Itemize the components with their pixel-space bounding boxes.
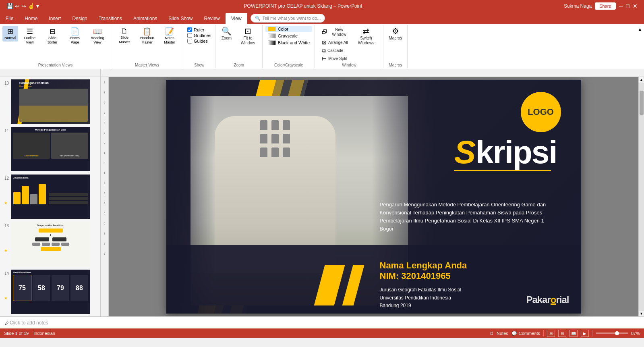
slide-thumb-10[interactable]: 10 Rancangan Penelitian Pro Lapangan	[2, 79, 99, 125]
group-show: Ruler Gridlines Guides Show	[183, 25, 215, 68]
slide-thumb-13[interactable]: 13 ★ Diagram Alur Penelitian	[2, 221, 99, 267]
new-window-button[interactable]: 🗗 New Window	[320, 26, 351, 38]
quick-access-toolbar: 💾 ↩ ↪ ☝ ▾	[3, 3, 42, 9]
ruler-check[interactable]	[187, 27, 192, 32]
redo-button[interactable]: ↪	[21, 3, 26, 9]
color-swatch	[268, 27, 276, 31]
slide-area[interactable]: LOGO S kripsi Pengaruh Menggu	[109, 77, 638, 316]
slide-sorter-icon: ⊟	[50, 27, 56, 36]
reading-view-button[interactable]: 📖 Reading View	[87, 26, 108, 46]
slide-panel[interactable]: 10 Rancangan Penelitian Pro Lapangan	[0, 77, 101, 316]
save-button[interactable]: 💾	[6, 3, 13, 9]
tab-transitions[interactable]: Transitions	[93, 13, 128, 24]
language-info: Indonesian	[33, 331, 55, 336]
gridlines-check[interactable]	[187, 33, 192, 38]
slide-preview-12: Analisis Data	[11, 175, 90, 219]
macros-button[interactable]: ⚙ Macros	[387, 26, 404, 42]
gridlines-label: Gridlines	[194, 33, 211, 38]
notes-master-button[interactable]: 📝 Notes Master	[159, 26, 180, 46]
move-split-button[interactable]: ⊢ Move Split	[320, 55, 351, 62]
cascade-button[interactable]: ⧉ Cascade	[320, 47, 351, 54]
institution-line3: Bandung 2019	[380, 302, 462, 310]
notes-page-label: Notes Page	[66, 36, 84, 45]
color-option-bw[interactable]: Black and White	[265, 39, 312, 46]
color-label: Color	[278, 27, 288, 31]
scroll-thumb[interactable]	[640, 91, 644, 115]
student-nim: NIM: 3201401965	[380, 271, 467, 281]
presentation-views-label: Presentation Views	[2, 63, 108, 67]
fit-window-label: Fit to Window	[238, 36, 258, 46]
vertical-scrollbar[interactable]: ▲ ▼	[638, 77, 644, 316]
notes-page-button[interactable]: 📄 Notes Page	[64, 26, 86, 46]
slide-sorter-button[interactable]: ⊟ Slide Sorter	[41, 26, 63, 46]
restore-button[interactable]: □	[626, 3, 630, 9]
tab-file[interactable]: File	[0, 13, 19, 24]
customize-qat-button[interactable]: ▾	[36, 3, 39, 9]
horizontal-ruler: // ruler ticks drawn in CSS trick -16 -1…	[0, 69, 644, 77]
tab-view[interactable]: View	[226, 13, 247, 24]
group-master-views: 🗋 Slide Master 📋 Handout Master 📝 Notes …	[111, 25, 183, 68]
slide-thumb-11[interactable]: 11 Metode Pengumpulan Data Dokumentasi T…	[2, 126, 99, 172]
guides-check[interactable]	[187, 39, 192, 44]
zoom-icon: 🔍	[222, 27, 232, 35]
scroll-up-arrow[interactable]: ▲	[639, 77, 644, 83]
slide-thumb-14[interactable]: 14 ★ Hasil Penelitian 75 58 79	[2, 269, 99, 315]
tab-home[interactable]: Home	[19, 13, 43, 24]
star-icon-12: ★	[4, 201, 8, 205]
normal-view-status[interactable]: ⊞	[547, 330, 555, 337]
gridlines-checkbox[interactable]: Gridlines	[187, 33, 211, 38]
zoom-slider[interactable]	[596, 332, 628, 334]
notes-master-icon: 📝	[165, 27, 174, 36]
slide-master-button[interactable]: 🗋 Slide Master	[114, 26, 135, 46]
normal-view-button[interactable]: ⊞ Normal	[2, 26, 18, 42]
switch-windows-label: Switch Windows	[356, 36, 376, 46]
guides-checkbox[interactable]: Guides	[187, 39, 211, 44]
ruler-checkbox[interactable]: Ruler	[187, 27, 211, 32]
ribbon-expand-button[interactable]: ▲	[636, 25, 644, 68]
tab-slide-show[interactable]: Slide Show	[163, 13, 198, 24]
divider2	[592, 330, 592, 337]
notes-panel[interactable]: 🖊 Click to add notes	[0, 316, 644, 328]
title-s-letter: S	[454, 136, 476, 168]
slide-thumb-12[interactable]: 12 ★ Analisis Data	[2, 174, 99, 220]
arrange-all-button[interactable]: ⊠ Arrange All	[320, 39, 351, 46]
slideshow-status[interactable]: ▶	[581, 330, 589, 337]
close-button[interactable]: ✕	[633, 3, 638, 9]
zoom-button[interactable]: 🔍 Zoom	[218, 26, 235, 42]
guides-label: Guides	[194, 39, 208, 44]
color-option-color[interactable]: Color	[265, 26, 312, 32]
tab-design[interactable]: Design	[66, 13, 93, 24]
show-checkboxes: Ruler Gridlines Guides	[186, 26, 213, 45]
minimize-button[interactable]: ─	[619, 3, 623, 9]
slide-canvas[interactable]: LOGO S kripsi Pengaruh Menggu	[166, 80, 581, 314]
reading-label: Reading View	[89, 36, 106, 45]
outline-view-button[interactable]: ☰ Outline View	[19, 26, 41, 46]
undo-button[interactable]: ↩	[15, 3, 20, 9]
ribbon-top-right: Sukma Naga Share ─ □ ✕	[564, 2, 641, 10]
notes-placeholder: Click to add notes	[10, 320, 48, 326]
slide-num-10: 10	[2, 79, 9, 85]
tab-animations[interactable]: Animations	[128, 13, 163, 24]
share-button[interactable]: Share	[595, 2, 615, 10]
touchmouse-button[interactable]: ☝	[28, 3, 35, 9]
reading-status[interactable]: 📖	[569, 330, 578, 337]
fit-to-window-button[interactable]: ⊡ Fit to Window	[236, 26, 260, 47]
slide-sorter-status[interactable]: ⊟	[558, 330, 566, 337]
scroll-down-arrow[interactable]: ▼	[639, 311, 644, 316]
tell-me-box[interactable]: 🔍 Tell me what you want to do...	[251, 14, 325, 23]
grayscale-label: Grayscale	[278, 33, 298, 38]
switch-windows-button[interactable]: ⇄ Switch Windows	[354, 26, 378, 47]
color-option-grayscale[interactable]: Grayscale	[265, 33, 312, 39]
tab-insert[interactable]: Insert	[43, 13, 66, 24]
tab-review[interactable]: Review	[198, 13, 225, 24]
ruler-label: Ruler	[194, 27, 204, 32]
handout-master-icon: 📋	[143, 27, 151, 36]
zoom-percent: 87%	[631, 331, 640, 336]
arrange-icon: ⊠	[322, 39, 327, 45]
handout-master-button[interactable]: 📋 Handout Master	[136, 26, 158, 46]
slide-canvas-wrapper: LOGO S kripsi Pengaruh Menggu	[109, 77, 638, 316]
outline-label: Outline View	[21, 36, 39, 45]
reading-icon: 📖	[93, 27, 102, 36]
divider	[543, 330, 544, 337]
comments-icon: 💬	[511, 331, 517, 336]
